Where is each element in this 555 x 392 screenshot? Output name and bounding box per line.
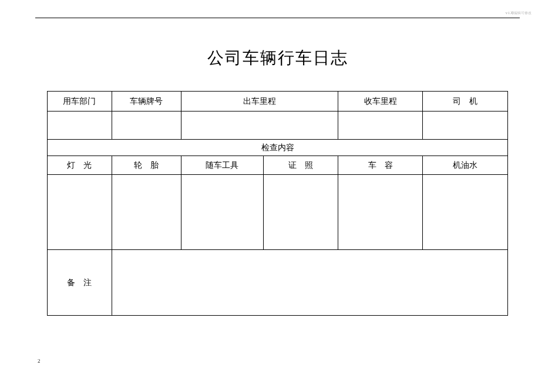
cell-license bbox=[263, 175, 338, 250]
table-data-row-1 bbox=[48, 111, 508, 140]
col-tires-header: 轮 胎 bbox=[112, 156, 181, 175]
cell-appearance bbox=[338, 175, 423, 250]
cell-inspection-header: 检查内容 bbox=[48, 140, 508, 156]
page-title: 公司车辆行车日志 bbox=[0, 47, 555, 69]
cell-department bbox=[48, 111, 112, 140]
col-department-header: 用车部门 bbox=[48, 92, 112, 111]
col-oilwater-header: 机油水 bbox=[423, 156, 508, 175]
table-header-row-2: 灯 光 轮 胎 随车工具 证 照 车 容 机油水 bbox=[48, 156, 508, 175]
cell-driver bbox=[423, 111, 508, 140]
table-section-header: 检查内容 bbox=[48, 140, 508, 156]
cell-return-mileage bbox=[338, 111, 423, 140]
table-header-row-1: 用车部门 车辆牌号 出车里程 收车里程 司 机 bbox=[48, 92, 508, 111]
cell-remarks-content bbox=[112, 250, 507, 316]
header-note: 可编辑可修改 bbox=[510, 11, 532, 16]
cell-lights bbox=[48, 175, 112, 250]
header-divider bbox=[35, 18, 520, 18]
col-appearance-header: 车 容 bbox=[338, 156, 423, 175]
vehicle-log-table: 用车部门 车辆牌号 出车里程 收车里程 司 机 检查内容 灯 光 轮 胎 随车工… bbox=[47, 91, 508, 316]
cell-tools bbox=[181, 175, 263, 250]
table-remarks-row: 备 注 bbox=[48, 250, 508, 316]
col-lights-header: 灯 光 bbox=[48, 156, 112, 175]
cell-oilwater bbox=[423, 175, 508, 250]
col-return-mileage-header: 收车里程 bbox=[338, 92, 423, 111]
cell-remarks-label: 备 注 bbox=[48, 250, 112, 316]
col-plate-header: 车辆牌号 bbox=[112, 92, 181, 111]
table-data-row-2 bbox=[48, 175, 508, 250]
col-license-header: 证 照 bbox=[263, 156, 338, 175]
page-number: 2 bbox=[38, 358, 41, 364]
col-tools-header: 随车工具 bbox=[181, 156, 263, 175]
cell-plate bbox=[112, 111, 181, 140]
col-depart-mileage-header: 出车里程 bbox=[181, 92, 338, 111]
cell-tires bbox=[112, 175, 181, 250]
cell-depart-mileage bbox=[181, 111, 338, 140]
col-driver-header: 司 机 bbox=[423, 92, 508, 111]
